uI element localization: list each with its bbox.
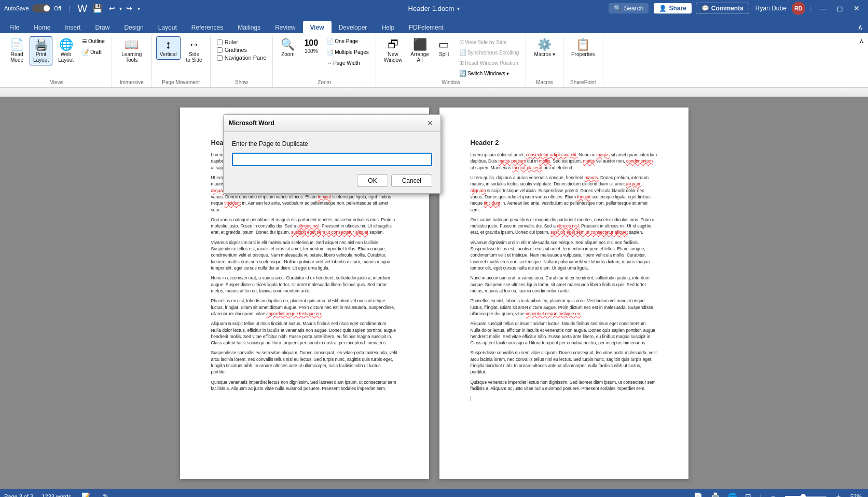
- modal-prompt: Enter the Page to Duplicate: [232, 140, 432, 147]
- modal-buttons: OK Cancel: [224, 170, 440, 193]
- modal-ok-button[interactable]: OK: [357, 174, 388, 187]
- modal-title: Microsoft Word: [229, 119, 274, 127]
- modal-cancel-button[interactable]: Cancel: [391, 174, 432, 187]
- modal-titlebar: Microsoft Word ✕: [224, 115, 440, 132]
- modal-close-button[interactable]: ✕: [425, 118, 435, 128]
- modal-overlay: Microsoft Word ✕ Enter the Page to Dupli…: [0, 0, 868, 497]
- modal-dialog: Microsoft Word ✕ Enter the Page to Dupli…: [223, 114, 441, 194]
- modal-input[interactable]: [232, 153, 432, 166]
- modal-body: Enter the Page to Duplicate: [224, 132, 440, 170]
